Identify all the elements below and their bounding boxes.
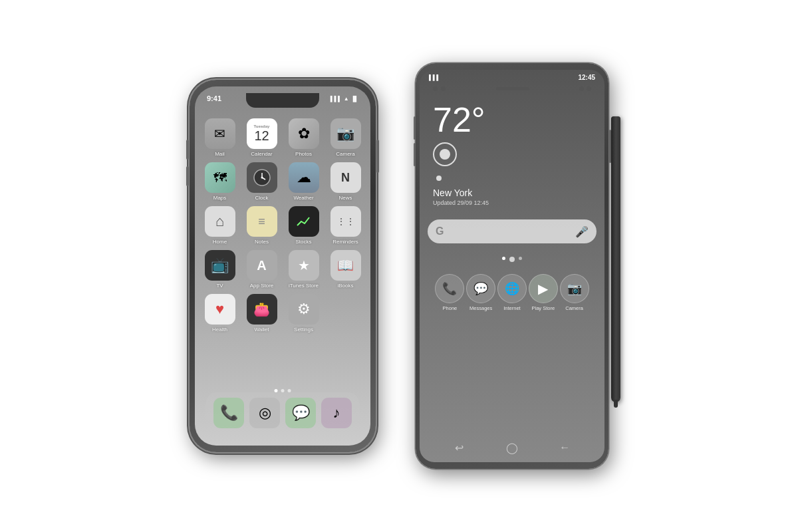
iphone-app-stocks[interactable]: Stocks <box>285 206 322 245</box>
iphone-app-weather[interactable]: ☁ Weather <box>285 162 322 201</box>
clock-label: Clock <box>255 195 268 201</box>
samsung-internet-icon: 🌐 <box>497 274 527 303</box>
samsung-camera-area <box>420 85 604 92</box>
indicator-1 <box>502 257 505 260</box>
samsung-messages-label: Messages <box>469 305 492 311</box>
samsung-dock-camera[interactable]: 📷 Camera <box>560 274 589 311</box>
microphone-icon[interactable]: 🎤 <box>575 225 589 238</box>
news-icon: N <box>331 162 361 193</box>
samsung-screen: ▌▌▌ 12:45 72° <box>420 70 604 462</box>
location-pin <box>436 176 442 181</box>
iphone-app-appstore[interactable]: A App Store <box>243 250 280 289</box>
calendar-label: Calendar <box>251 151 272 157</box>
iphone-status-icons: ▌▌▌ ▲ ▐▌ <box>331 96 358 102</box>
samsung-sun-icon <box>433 142 591 166</box>
samsung-home-btn[interactable]: ◯ <box>503 438 521 457</box>
iphone-dock: 📞 ◎ 💬 ♪ <box>205 392 360 434</box>
samsung-dock: 📞 Phone 💬 Messages 🌐 Internet ▶ Play Sto… <box>428 269 597 317</box>
camera-label: Camera <box>336 151 354 157</box>
iphone-app-maps[interactable]: 🗺 Maps <box>201 162 238 201</box>
maps-label: Maps <box>213 195 227 201</box>
battery-icon: ▐▌ <box>351 96 358 102</box>
earpiece <box>496 87 529 90</box>
samsung-sensors <box>579 86 591 91</box>
iris-sensor <box>441 86 446 91</box>
samsung-back-btn[interactable]: ← <box>555 438 574 457</box>
tv-label: TV <box>216 283 223 289</box>
samsung-dock-phone[interactable]: 📞 Phone <box>435 274 464 311</box>
itunes-icon: ★ <box>289 250 319 281</box>
maps-icon: 🗺 <box>205 162 235 193</box>
iphone-notch <box>246 93 319 108</box>
wifi-icon: ▲ <box>344 96 349 102</box>
samsung-search-bar[interactable]: G 🎤 <box>428 219 597 243</box>
stocks-icon <box>289 206 319 237</box>
dock-messages[interactable]: 💬 <box>285 398 316 428</box>
stocks-label: Stocks <box>295 239 311 245</box>
samsung-time: 12:45 <box>578 74 595 81</box>
google-logo: G <box>436 225 444 237</box>
reminders-icon: ⋮⋮ <box>331 206 361 237</box>
iphone-app-photos[interactable]: ✿ Photos <box>285 118 322 157</box>
samsung-playstore-label: Play Store <box>531 305 555 311</box>
iphone-volume-down-btn <box>186 166 189 186</box>
health-label: Health <box>212 327 227 332</box>
wallet-icon: 👛 <box>247 294 277 325</box>
indicator-3 <box>519 257 522 260</box>
iphone-app-ibooks[interactable]: 📖 iBooks <box>327 250 364 289</box>
samsung-page-indicators <box>420 257 604 262</box>
samsung-internet-label: Internet <box>503 305 520 311</box>
iphone-time: 9:41 <box>207 94 221 102</box>
s-pen <box>611 116 620 402</box>
iphone-app-settings[interactable]: ⚙ Settings <box>285 294 322 332</box>
samsung-city: New York <box>433 188 591 198</box>
iphone-app-camera[interactable]: 📷 Camera <box>327 118 364 157</box>
ibooks-label: iBooks <box>337 283 353 289</box>
home-icon: ⌂ <box>205 206 235 237</box>
iphone-power-btn <box>376 140 379 173</box>
ibooks-icon: 📖 <box>331 250 361 281</box>
iphone-app-notes[interactable]: ≡ Notes <box>243 206 280 245</box>
iphone-app-tv[interactable]: 📺 TV <box>201 250 238 289</box>
iphone-app-mail[interactable]: ✉ Mail <box>201 118 238 157</box>
settings-label: Settings <box>294 327 313 332</box>
svg-point-3 <box>261 177 263 179</box>
iphone-volume-up-btn <box>186 140 189 160</box>
search-input[interactable] <box>449 219 570 243</box>
samsung-volume-down-btn <box>414 143 416 166</box>
iphone-app-clock[interactable]: Clock <box>243 162 280 201</box>
samsung-signal: ▌▌▌ <box>429 74 440 80</box>
iphone-app-news[interactable]: N News <box>327 162 364 201</box>
dock-phone[interactable]: 📞 <box>213 398 244 428</box>
weather-label: Weather <box>293 195 313 201</box>
samsung-status-bar: ▌▌▌ 12:45 <box>420 70 604 85</box>
iphone-app-health[interactable]: ♥ Health <box>201 294 238 332</box>
home-label: Home <box>213 239 227 245</box>
samsung-volume-up-btn <box>414 116 416 140</box>
iphone-app-itunes[interactable]: ★ iTunes Store <box>285 250 322 289</box>
tv-icon: 📺 <box>205 250 235 281</box>
iphone-app-reminders[interactable]: ⋮⋮ Reminders <box>327 206 364 245</box>
iphone-app-wallet[interactable]: 👛 Wallet <box>243 294 280 332</box>
photos-label: Photos <box>295 151 312 157</box>
samsung-recent-btn[interactable]: ↩ <box>450 438 469 457</box>
iphone-device: 9:41 ▌▌▌ ▲ ▐▌ ✉ Mail Tuesday 12 <box>190 80 376 452</box>
iphone-app-calendar[interactable]: Tuesday 12 Calendar <box>243 118 280 157</box>
samsung-dock-playstore[interactable]: ▶ Play Store <box>529 274 558 311</box>
samsung-dock-messages[interactable]: 💬 Messages <box>466 274 495 311</box>
health-icon: ♥ <box>205 294 235 325</box>
notes-label: Notes <box>255 239 269 245</box>
iphone-app-home[interactable]: ⌂ Home <box>201 206 238 245</box>
samsung-phone-icon: 📞 <box>435 274 464 303</box>
calendar-icon: Tuesday 12 <box>247 118 277 149</box>
sun-circle <box>433 142 457 166</box>
samsung-dock-internet[interactable]: 🌐 Internet <box>497 274 527 311</box>
samsung-messages-icon: 💬 <box>466 274 495 303</box>
clock-icon <box>247 162 277 193</box>
s-pen-tip <box>614 400 618 408</box>
appstore-label: App Store <box>250 283 274 289</box>
weather-icon: ☁ <box>289 162 319 193</box>
dock-music[interactable]: ♪ <box>321 398 352 428</box>
samsung-temperature: 72° <box>433 102 591 137</box>
dock-safari[interactable]: ◎ <box>249 398 280 428</box>
